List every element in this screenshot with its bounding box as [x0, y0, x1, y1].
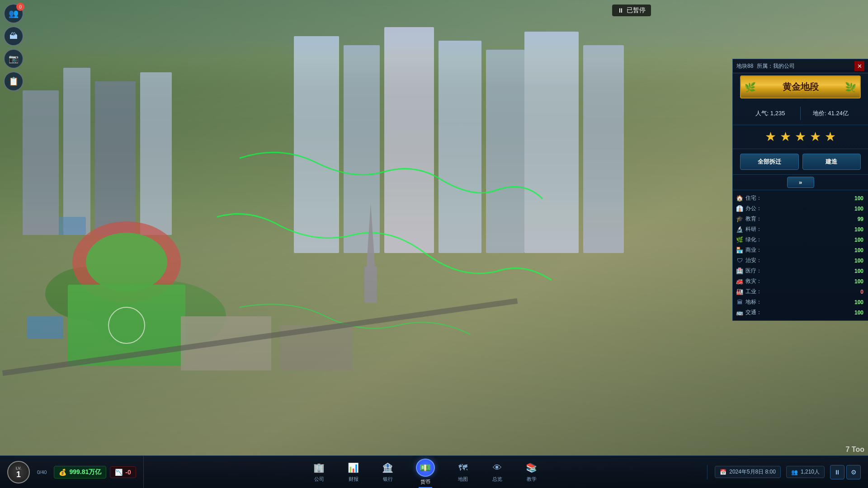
stat-label-5: 商业：: [745, 246, 853, 254]
money-display: 💰 999.81万亿: [54, 466, 106, 479]
stat-row-1: 👔 办公： 100: [733, 203, 868, 214]
stat-row-5: 🏪 商业： 100: [733, 245, 868, 255]
settings-button[interactable]: ⚙: [846, 465, 861, 479]
calendar-icon: 📅: [720, 469, 726, 475]
stat-label-3: 科研：: [745, 225, 853, 233]
toolbar-btn-1[interactable]: 👥 0: [4, 4, 24, 23]
balance-icon: 📉: [115, 469, 123, 476]
company-icon: 🏢: [313, 461, 326, 474]
stat-icon-10: 🏛: [736, 299, 744, 305]
stat-icon-4: 🌿: [736, 236, 744, 243]
svg-rect-5: [140, 72, 172, 235]
stat-label-10: 地标：: [745, 298, 853, 306]
pause-button[interactable]: ⏸: [830, 465, 844, 479]
bottom-right-section: 📅 2024年5月8日 8:00 👥 1,210人 ⏸ ⚙: [707, 465, 868, 479]
stat-row-10: 🏛 地标： 100: [733, 297, 868, 307]
svg-rect-7: [344, 45, 380, 253]
stat-row-3: 🔬 科研： 100: [733, 224, 868, 235]
stat-icon-9: 🏭: [736, 288, 744, 295]
camera-icon: 📷: [9, 54, 19, 64]
overview-icon: 👁: [491, 461, 504, 474]
plot-number: 地块88: [736, 62, 753, 70]
stat-value-2: 99: [858, 216, 863, 222]
stat-icon-0: 🏠: [736, 195, 744, 202]
population-text: 1,210人: [801, 468, 820, 476]
bottom-navigation: 🏢 公司 📊 财报 🏦 银行 💵 货币 🗺 地图 👁 总览 📚 教学: [144, 456, 708, 488]
stat-value-4: 100: [854, 237, 863, 243]
finance-icon: 📊: [347, 461, 360, 474]
paused-text: 已暂停: [627, 6, 646, 14]
nav-finance[interactable]: 📊 财报: [336, 456, 371, 488]
stat-value-7: 100: [854, 268, 863, 274]
svg-rect-4: [95, 81, 136, 235]
stars-row: ★ ★ ★ ★ ★: [733, 125, 868, 149]
svg-rect-12: [583, 45, 624, 253]
popularity-value: 1,235: [770, 110, 785, 117]
currency-label: 货币: [420, 479, 430, 485]
level-label: LV.: [16, 466, 22, 470]
nav-overview[interactable]: 👁 总览: [480, 456, 514, 488]
balance-value: -0: [125, 469, 131, 476]
plot-close-button[interactable]: ✕: [854, 61, 864, 71]
bank-label: 银行: [383, 476, 393, 483]
stat-icon-11: 🚌: [736, 309, 744, 316]
svg-rect-10: [486, 50, 524, 253]
balance-display: 📉 -0: [110, 466, 136, 478]
svg-rect-2: [23, 90, 59, 235]
build-button[interactable]: 建造: [802, 154, 861, 170]
pause-icon: ⏸: [618, 7, 624, 14]
plot-owner: 所属：我的公司: [757, 62, 795, 70]
plot-panel: 黄金地段 人气: 1,235 地价: 41.24亿 ★ ★ ★ ★ ★ 全部拆迁…: [732, 70, 868, 321]
golden-badge: 黄金地段: [740, 75, 861, 99]
nav-company[interactable]: 🏢 公司: [302, 456, 336, 488]
company-label: 公司: [314, 476, 324, 483]
svg-rect-22: [364, 267, 377, 303]
svg-rect-24: [27, 316, 63, 339]
stat-icon-6: 🛡: [736, 257, 744, 264]
stat-icon-7: 🏥: [736, 267, 744, 274]
toolbar-btn-camera[interactable]: 📷: [4, 49, 24, 69]
demolish-button[interactable]: 全部拆迁: [740, 154, 799, 170]
stat-value-11: 100: [854, 310, 863, 316]
bottom-bar: LV. 1 0/40 💰 999.81万亿 📉 -0 🏢 公司 📊 财报 🏦 银…: [0, 455, 868, 488]
stat-label-1: 办公：: [745, 205, 853, 212]
level-number: 1: [16, 470, 21, 479]
svg-rect-3: [63, 68, 90, 235]
tutorial-label: 教学: [527, 476, 537, 483]
popularity-label: 人气:: [755, 110, 769, 117]
stat-label-0: 住宅：: [745, 194, 853, 202]
stat-row-4: 🌿 绿化： 100: [733, 235, 868, 245]
popularity-stat: 人气: 1,235: [740, 109, 800, 117]
bank-icon: 🏦: [382, 461, 394, 474]
stat-label-7: 医疗：: [745, 267, 853, 275]
stat-label-11: 交通：: [745, 309, 853, 316]
date-text: 2024年5月8日 8:00: [729, 468, 776, 476]
stat-label-6: 治安：: [745, 257, 853, 264]
progress-container: 0/40: [37, 469, 47, 475]
mountain-icon: 🏔: [9, 32, 18, 41]
nav-bank[interactable]: 🏦 银行: [371, 456, 405, 488]
nav-map[interactable]: 🗺 地图: [446, 456, 480, 488]
toolbar-btn-list[interactable]: 📋: [4, 71, 24, 91]
stat-label-9: 工业：: [745, 288, 859, 296]
stat-value-5: 100: [854, 247, 863, 253]
top-left-toolbar: 👥 0 🏔 📷 📋: [4, 4, 24, 91]
population-display: 👥 1,210人: [786, 466, 825, 478]
stat-value-1: 100: [854, 206, 863, 212]
land-price-stat: 地价: 41.24亿: [801, 109, 861, 117]
star-1: ★: [765, 131, 776, 143]
toolbar-btn-2[interactable]: 🏔: [4, 26, 24, 46]
stat-icon-2: 🎓: [736, 216, 744, 222]
nav-tutorial[interactable]: 📚 教学: [514, 456, 549, 488]
plot-stats: 人气: 1,235 地价: 41.24亿: [733, 102, 868, 125]
nav-currency[interactable]: 💵 货币: [405, 456, 446, 488]
svg-rect-8: [384, 27, 434, 253]
control-buttons: ⏸ ⚙: [830, 465, 861, 479]
stat-row-0: 🏠 住宅： 100: [733, 193, 868, 203]
stats-list: 🏠 住宅： 100 👔 办公： 100 🎓 教育： 99 🔬 科研： 100 🌿…: [733, 190, 868, 320]
star-4: ★: [810, 131, 821, 143]
population-icon: 👥: [791, 469, 798, 475]
star-5: ★: [825, 131, 836, 143]
expand-panel-button[interactable]: »: [787, 177, 814, 188]
stat-row-8: 🚒 救灾： 100: [733, 276, 868, 286]
